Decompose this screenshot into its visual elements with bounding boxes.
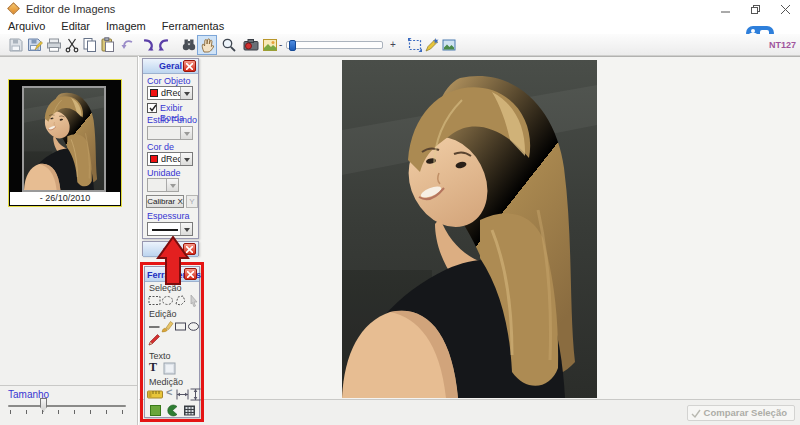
estilo-fundo-label: Estilo Fundo (147, 115, 197, 125)
calibrar-x-button[interactable]: Calibrar X (146, 195, 184, 208)
rotate-left-icon[interactable] (140, 37, 156, 53)
line-style-icon (152, 229, 178, 231)
unidade-dropdown-icon[interactable] (166, 179, 178, 191)
menu-imagem[interactable]: Imagem (98, 20, 154, 32)
zoom-slider[interactable] (286, 41, 383, 49)
app-title: Editor de Imagens (26, 3, 115, 15)
exibir-borda-checkbox[interactable] (147, 103, 157, 113)
print-icon[interactable] (46, 37, 62, 53)
geral-panel-title: Geral (159, 61, 182, 71)
save-as-icon[interactable] (27, 37, 43, 53)
copy-icon[interactable] (82, 37, 98, 53)
annotation-arrow-up-icon (156, 236, 190, 286)
main-photo[interactable] (342, 60, 597, 398)
zoom-out-icon[interactable]: - (279, 39, 282, 50)
app-icon (7, 2, 20, 15)
geral-close-icon[interactable] (183, 60, 196, 72)
gallery-icon[interactable] (262, 37, 278, 53)
close-button[interactable] (770, 0, 800, 18)
paste-icon[interactable] (100, 37, 116, 53)
espessura-dropdown-icon[interactable] (180, 223, 192, 235)
nt-code-label: NT127 (769, 40, 796, 50)
undo-icon[interactable] (120, 37, 136, 53)
annotation-highlight-rect (140, 262, 204, 422)
fit-screen-icon[interactable] (407, 37, 423, 53)
title-bar: Editor de Imagens (0, 0, 800, 18)
save-icon[interactable] (8, 37, 24, 53)
annotate-pen-icon[interactable] (424, 37, 440, 53)
cor-objeto-combo[interactable]: dRed (147, 86, 193, 100)
cor-fundo-dropdown-icon[interactable] (180, 153, 192, 165)
cor-objeto-label: Cor Objeto (147, 76, 191, 86)
estilo-fundo-combo[interactable] (147, 126, 193, 140)
find-icon[interactable] (181, 37, 197, 53)
cor-objeto-dropdown-icon[interactable] (180, 87, 192, 99)
calibrar-y-button[interactable]: Y (186, 195, 198, 208)
geral-panel-header[interactable]: Geral (143, 59, 198, 74)
image-preview-icon[interactable] (441, 37, 457, 53)
zoom-slider-thumb[interactable] (289, 40, 296, 51)
sidebar-separator (0, 385, 137, 386)
size-slider[interactable] (8, 405, 126, 407)
menu-ferramentas[interactable]: Ferramentas (154, 20, 232, 32)
thumbnail-photo (22, 86, 106, 192)
maximize-button[interactable] (740, 0, 770, 18)
size-slider-ticks (8, 410, 126, 414)
rotate-right-icon[interactable] (156, 37, 172, 53)
compare-selection-button[interactable]: Comparar Seleção (687, 405, 795, 421)
zoom-in-icon[interactable]: + (390, 39, 396, 50)
menu-editar[interactable]: Editar (53, 20, 98, 32)
espessura-combo[interactable] (147, 222, 193, 236)
unidade-label: Unidade (147, 168, 181, 178)
compare-selection-label: Comparar Seleção (704, 407, 787, 418)
menu-bar: Arquivo Editar Imagem Ferramentas (0, 18, 800, 34)
thumbnail-caption: - 26/10/2010 (10, 192, 120, 205)
cut-icon[interactable] (64, 37, 80, 53)
geral-panel: Geral Cor Objeto dRed Exibir Borda Estil… (142, 58, 199, 239)
zoom-icon[interactable] (221, 37, 237, 53)
cor-fundo-combo[interactable]: dRed (147, 152, 193, 166)
cor-objeto-swatch (150, 89, 158, 97)
cor-fundo-swatch (150, 155, 158, 163)
espessura-label: Espessura (147, 211, 190, 221)
image-thumbnail[interactable]: - 26/10/2010 (8, 79, 122, 207)
camera-icon[interactable] (243, 37, 259, 53)
main-toolbar: - + NT127 (0, 34, 800, 56)
estilo-fundo-dropdown-icon[interactable] (180, 127, 192, 139)
menu-arquivo[interactable]: Arquivo (0, 20, 53, 32)
pan-tool-active[interactable] (197, 35, 217, 55)
minimize-button[interactable] (710, 0, 740, 18)
thumbnail-sidebar: - 26/10/2010 Tamanho (0, 56, 138, 425)
status-bar: Comparar Seleção (139, 399, 800, 425)
unidade-combo[interactable] (147, 178, 179, 192)
